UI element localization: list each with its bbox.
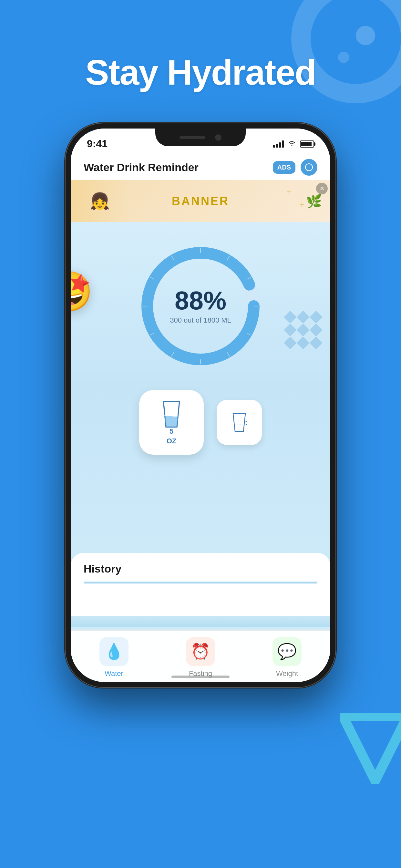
- history-section: History: [71, 553, 330, 627]
- water-glass-large-icon: [160, 400, 183, 429]
- battery-icon: [300, 141, 314, 148]
- tab-fasting[interactable]: ⏰ Fasting: [186, 637, 215, 678]
- banner-label: BANNER: [172, 194, 229, 208]
- history-water-fill: [71, 616, 330, 627]
- phone-mockup: 9:41: [65, 123, 336, 688]
- custom-glass-icon: [231, 412, 247, 433]
- banner-ad: 👧 + + + BANNER 🌿 ✕: [71, 180, 330, 222]
- banner-plus-1: +: [286, 187, 291, 197]
- secondary-drink-button[interactable]: [217, 400, 262, 445]
- wifi-icon: [288, 140, 296, 149]
- progress-ring-container: 88% 300 out of 1800 ML: [136, 242, 265, 371]
- primary-drink-button[interactable]: 5 OZ: [139, 390, 204, 455]
- signal-icon: [273, 141, 284, 148]
- banner-illustration: 👧: [71, 180, 129, 222]
- phone-screen: 9:41: [71, 128, 330, 682]
- drink-size-label: 5: [169, 427, 174, 436]
- fasting-tab-icon: ⏰: [186, 637, 215, 666]
- app-header-title: Water Drink Reminder: [84, 161, 198, 174]
- home-indicator: [172, 676, 229, 678]
- history-title: History: [84, 562, 317, 575]
- settings-button[interactable]: [301, 159, 317, 176]
- triangle-decoration: [340, 713, 401, 784]
- bg-decoration-dot-large: [356, 26, 375, 45]
- water-tab-icon: 💧: [99, 637, 128, 666]
- ads-button[interactable]: ADS: [273, 161, 296, 174]
- weight-tab-label: Weight: [276, 670, 298, 678]
- progress-area: 🤩: [71, 222, 330, 371]
- page-title: Stay Hydrated: [0, 52, 401, 93]
- banner-close-button[interactable]: ✕: [316, 183, 328, 194]
- notch-speaker: [180, 136, 205, 139]
- tab-water[interactable]: 💧 Water: [99, 637, 128, 678]
- phone-frame: 9:41: [65, 123, 336, 688]
- drink-unit-label: OZ: [166, 437, 177, 445]
- svg-point-0: [305, 164, 312, 171]
- phone-notch: [155, 128, 246, 146]
- history-wave-bar: [84, 582, 317, 584]
- tab-weight[interactable]: 💬 Weight: [273, 637, 302, 678]
- status-icons: [273, 140, 314, 149]
- main-content: 🤩: [71, 222, 330, 630]
- weight-tab-icon: 💬: [273, 637, 302, 666]
- header-actions: ADS: [273, 159, 317, 176]
- ml-display: 300 out of 1800 ML: [170, 316, 231, 324]
- tab-bar: 💧 Water ⏰ Fasting 💬 Weight: [71, 630, 330, 682]
- percent-display: 88%: [170, 288, 231, 314]
- ring-center-text: 88% 300 out of 1800 ML: [170, 288, 231, 324]
- status-time: 9:41: [87, 138, 107, 150]
- water-tab-label: Water: [104, 670, 123, 678]
- svg-marker-16: [343, 716, 401, 781]
- drink-buttons-row: 5 OZ: [71, 390, 330, 455]
- notch-camera: [215, 134, 221, 141]
- app-header: Water Drink Reminder ADS: [71, 154, 330, 180]
- mood-emoji: 🤩: [71, 269, 93, 314]
